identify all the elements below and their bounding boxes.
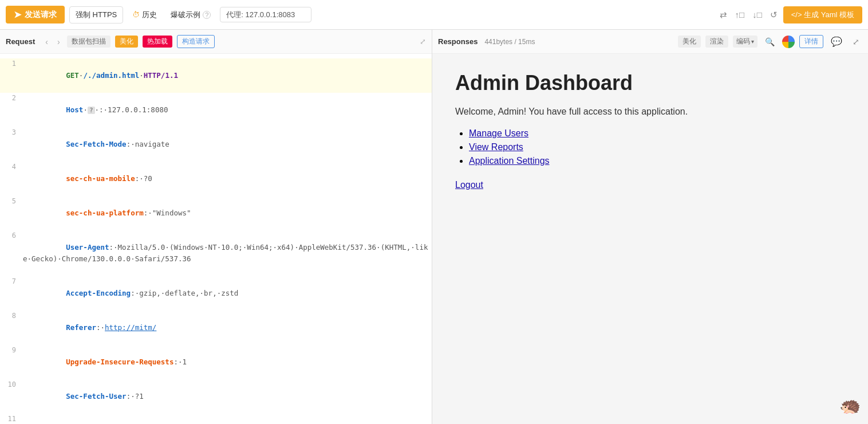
code-line-7: 7 Accept-Encoding:·gzip,·deflate,·br,·zs… bbox=[0, 276, 432, 311]
response-links-list: Manage Users View Reports Application Se… bbox=[455, 128, 845, 166]
send-icon: ➤ bbox=[14, 9, 21, 20]
request-panel-title: Request bbox=[6, 37, 35, 46]
code-area[interactable]: 1 GET·/./admin.html·HTTP/1.1 2 Host·?·:·… bbox=[0, 54, 432, 424]
chevron-down-icon: ▾ bbox=[751, 38, 754, 45]
build-request-tag[interactable]: 构造请求 bbox=[177, 35, 215, 48]
beautify-response-tag[interactable]: 美化 bbox=[678, 36, 701, 48]
download-icon-button[interactable]: ↓□ bbox=[750, 7, 764, 22]
detail-button[interactable]: 详情 bbox=[799, 35, 823, 48]
chat-icon-button[interactable]: 💬 bbox=[828, 34, 845, 49]
example-label: 爆破示例 bbox=[171, 10, 200, 20]
logout-link[interactable]: Logout bbox=[455, 180, 483, 190]
code-line-5: 5 sec-ch-ua-platform:·"Windows" bbox=[0, 196, 432, 230]
force-https-button[interactable]: 强制 HTTPS bbox=[69, 6, 123, 23]
code-line-11: 11 Accept:·text/html,application/xhtml+x… bbox=[0, 414, 432, 424]
packet-scan-tag[interactable]: 数据包扫描 bbox=[67, 36, 111, 48]
refresh-icon-button[interactable]: ↺ bbox=[768, 7, 780, 22]
nav-prev-button[interactable]: ‹ bbox=[43, 36, 50, 48]
history-label: 历史 bbox=[142, 10, 157, 20]
view-reports-link[interactable]: View Reports bbox=[469, 142, 523, 152]
hot-load-tag[interactable]: 热加载 bbox=[143, 36, 172, 48]
code-line-9: 9 Upgrade-Insecure-Requests:·1 bbox=[0, 345, 432, 379]
expand-response-button[interactable]: ⤢ bbox=[850, 36, 862, 48]
share-icon-button[interactable]: ⇄ bbox=[717, 7, 729, 22]
response-meta: 441bytes / 15ms bbox=[484, 38, 535, 46]
nav-next-button[interactable]: › bbox=[55, 36, 62, 48]
application-settings-link[interactable]: Application Settings bbox=[469, 156, 550, 166]
beautify-tag[interactable]: 美化 bbox=[115, 36, 138, 48]
toolbar-right: ⇄ ↑□ ↓□ ↺ </> 生成 Yaml 模板 bbox=[717, 6, 862, 23]
toolbar: ➤ 发送请求 强制 HTTPS ⏱ 历史 爆破示例 ? ⇄ ↑□ ↓□ ↺ </… bbox=[0, 0, 868, 30]
code-line-8: 8 Referer:·http://mitm/ bbox=[0, 311, 432, 345]
response-content-area: Admin Dashboard Welcome, Admin! You have… bbox=[432, 54, 868, 424]
search-icon-button[interactable]: 🔍 bbox=[762, 36, 778, 48]
generate-yaml-label: </> 生成 Yaml 模板 bbox=[791, 10, 854, 19]
list-item: Manage Users bbox=[469, 128, 845, 139]
code-line-6: 6 User-Agent:·Mozilla/5.0·(Windows·NT·10… bbox=[0, 230, 432, 276]
code-line-4: 4 sec-ch-ua-mobile:·?0 bbox=[0, 162, 432, 196]
list-item: View Reports bbox=[469, 142, 845, 152]
https-label: 强制 HTTPS bbox=[76, 10, 117, 19]
code-line-1: 1 GET·/./admin.html·HTTP/1.1 bbox=[0, 58, 432, 93]
response-panel-header: Responses 441bytes / 15ms 美化 渲染 编码 ▾ 🔍 详… bbox=[432, 30, 868, 54]
clock-icon: ⏱ bbox=[132, 10, 140, 19]
export-icon-button[interactable]: ↑□ bbox=[733, 7, 747, 22]
send-label: 发送请求 bbox=[25, 10, 57, 20]
request-panel: Request ‹ › 数据包扫描 美化 热加载 构造请求 ⤢ 1 GET·/.… bbox=[0, 30, 432, 424]
encode-label: 编码 bbox=[736, 37, 750, 46]
response-heading: Admin Dashboard bbox=[455, 71, 845, 95]
list-item: Application Settings bbox=[469, 156, 845, 166]
code-line-10: 10 Sec-Fetch-User:·?1 bbox=[0, 379, 432, 414]
response-panel: Responses 441bytes / 15ms 美化 渲染 编码 ▾ 🔍 详… bbox=[432, 30, 868, 424]
encode-dropdown[interactable]: 编码 ▾ bbox=[733, 36, 757, 48]
code-line-2: 2 Host·?·:·127.0.0.1:8080 bbox=[0, 93, 432, 127]
history-button[interactable]: ⏱ 历史 bbox=[128, 7, 161, 23]
proxy-input[interactable] bbox=[220, 7, 311, 22]
expand-panel-button[interactable]: ⤢ bbox=[420, 37, 426, 46]
chrome-icon-button[interactable] bbox=[782, 36, 795, 48]
generate-yaml-button[interactable]: </> 生成 Yaml 模板 bbox=[783, 6, 862, 23]
code-line-3: 3 Sec-Fetch-Mode:·navigate bbox=[0, 127, 432, 162]
main-area: Request ‹ › 数据包扫描 美化 热加载 构造请求 ⤢ 1 GET·/.… bbox=[0, 30, 868, 424]
response-welcome: Welcome, Admin! You have full access to … bbox=[455, 107, 845, 117]
example-button[interactable]: 爆破示例 ? bbox=[166, 7, 215, 23]
render-tag[interactable]: 渲染 bbox=[705, 36, 728, 48]
request-panel-header: Request ‹ › 数据包扫描 美化 热加载 构造请求 ⤢ bbox=[0, 30, 432, 54]
response-panel-title: Responses bbox=[438, 37, 478, 46]
example-tooltip: ? bbox=[203, 11, 211, 19]
manage-users-link[interactable]: Manage Users bbox=[469, 128, 528, 138]
send-request-button[interactable]: ➤ 发送请求 bbox=[6, 6, 65, 23]
mascot[interactable]: 🦔 bbox=[839, 395, 862, 418]
